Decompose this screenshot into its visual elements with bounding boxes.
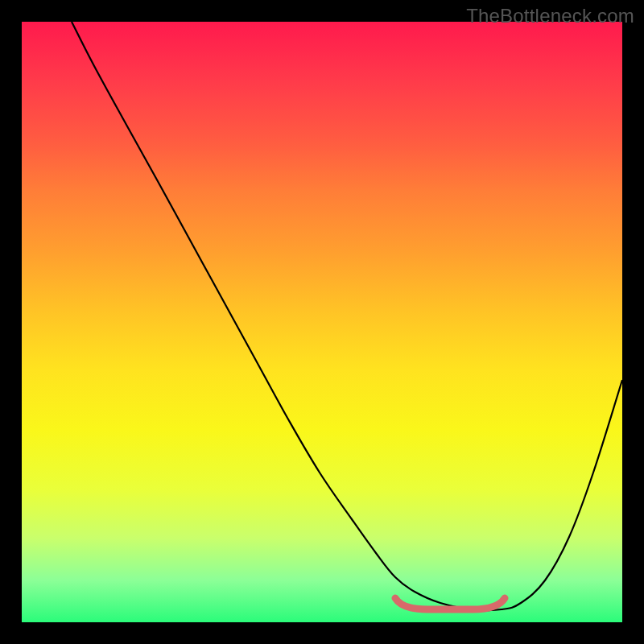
bottleneck-curve [72,22,622,610]
curve-svg [22,22,622,622]
optimal-range-highlight [395,598,505,609]
watermark-text: TheBottleneck.com [466,5,634,27]
chart-plot-area [22,22,622,622]
